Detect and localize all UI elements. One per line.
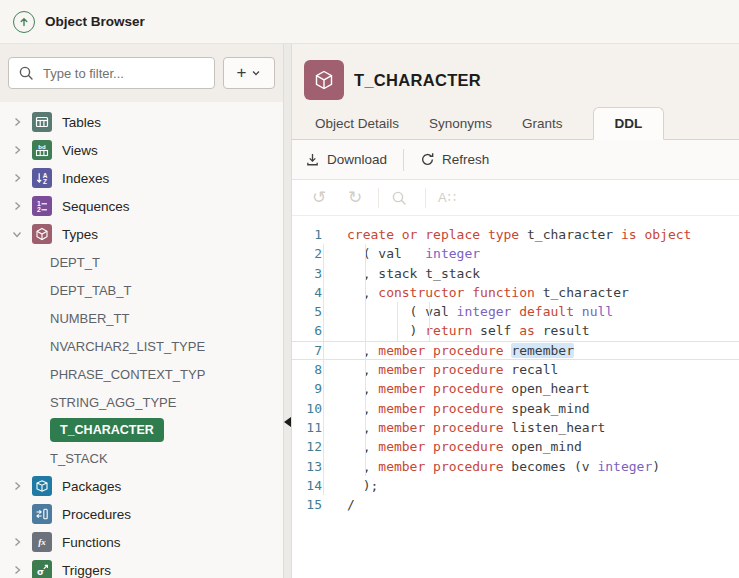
sidebar-item-tables[interactable]: Tables: [0, 108, 283, 136]
tab-grants[interactable]: Grants: [522, 108, 563, 139]
filter-input[interactable]: [41, 65, 205, 82]
refresh-button[interactable]: Refresh: [420, 152, 489, 167]
sidebar-item-dept-tab-t[interactable]: DEPT_TAB_T: [0, 276, 283, 304]
text-size-icon[interactable]: A∷: [438, 191, 457, 204]
code-line[interactable]: 13 , member procedure becomes (v integer…: [292, 457, 739, 476]
up-arrow-circle-icon[interactable]: [13, 11, 35, 33]
sidebar-item-dept-t[interactable]: DEPT_T: [0, 248, 283, 276]
chevron-right-icon[interactable]: [10, 172, 24, 184]
sidebar-item-label: Types: [62, 227, 98, 242]
code-line[interactable]: 7 , member procedure remember: [292, 341, 739, 360]
sidebar-item-phrase-context-typ[interactable]: PHRASE_CONTEXT_TYP: [0, 360, 283, 388]
tree-child-label: PHRASE_CONTEXT_TYP: [50, 367, 205, 382]
object-detail-panel: T_CHARACTER Object Details Synonyms Gran…: [292, 44, 739, 578]
code-line[interactable]: 15/: [292, 495, 739, 514]
views-icon: bd: [32, 140, 52, 160]
create-object-button[interactable]: +: [223, 57, 275, 89]
chevron-right-icon[interactable]: [10, 144, 24, 156]
filter-searchbox[interactable]: [8, 57, 215, 89]
code-line[interactable]: 5 ( val integer default null: [292, 302, 739, 321]
code-line[interactable]: 8 , member procedure recall: [292, 360, 739, 379]
sidebar-item-types[interactable]: Types: [0, 220, 283, 248]
code-line[interactable]: 11 , member procedure listen_heart: [292, 418, 739, 437]
sidebar-item-string-agg-type[interactable]: STRING_AGG_TYPE: [0, 388, 283, 416]
tables-icon: [32, 112, 52, 132]
tree-child-label: NUMBER_TT: [50, 311, 129, 326]
tab-object-details[interactable]: Object Details: [315, 108, 399, 139]
sidebar-item-functions[interactable]: fx Functions: [0, 528, 283, 556]
chevron-right-icon[interactable]: [10, 200, 24, 212]
line-number: 14: [292, 476, 322, 495]
types-icon: [32, 224, 52, 244]
sidebar-item-sequences[interactable]: 12 Sequences: [0, 192, 283, 220]
panel-splitter[interactable]: [283, 44, 292, 578]
page-title: Object Browser: [45, 14, 145, 29]
sidebar-item-indexes[interactable]: AZ Indexes: [0, 164, 283, 192]
ddl-code-editor[interactable]: 1create or replace type t_character is o…: [292, 216, 739, 578]
svg-text:2: 2: [37, 206, 41, 213]
line-number: 11: [292, 418, 322, 437]
sidebar-item-number-tt[interactable]: NUMBER_TT: [0, 304, 283, 332]
line-number: 7: [292, 341, 322, 360]
code-line[interactable]: 1create or replace type t_character is o…: [292, 225, 739, 244]
editor-toolbar-divider: [378, 188, 379, 208]
chevron-right-icon[interactable]: [10, 536, 24, 548]
indent-guide: [323, 244, 324, 495]
code-text: ( val integer: [322, 244, 480, 263]
sidebar-item-triggers[interactable]: σ Triggers: [0, 556, 283, 578]
sidebar-item-nvarchar2-list-type[interactable]: NVARCHAR2_LIST_TYPE: [0, 332, 283, 360]
plus-icon: +: [237, 64, 247, 81]
code-line[interactable]: 3 , stack t_stack: [292, 264, 739, 283]
indent-guide: [365, 244, 366, 476]
chevron-down-icon[interactable]: [10, 228, 24, 240]
code-line[interactable]: 14 );: [292, 476, 739, 495]
code-text: , member procedure recall: [322, 360, 558, 379]
toolbar-divider: [403, 149, 404, 171]
object-browser-window: Object Browser +: [0, 0, 739, 578]
tree-child-label: DEPT_TAB_T: [50, 283, 131, 298]
chevron-right-icon[interactable]: [10, 480, 24, 492]
tab-synonyms[interactable]: Synonyms: [429, 108, 492, 139]
code-line[interactable]: 12 , member procedure open_mind: [292, 437, 739, 456]
download-label: Download: [327, 152, 387, 167]
download-button[interactable]: Download: [305, 152, 387, 167]
code-text: /: [322, 495, 355, 514]
code-text: ) return self as result: [322, 321, 590, 340]
indexes-icon: AZ: [32, 168, 52, 188]
code-text: , stack t_stack: [322, 264, 480, 283]
line-number: 4: [292, 283, 322, 302]
line-number: 6: [292, 321, 322, 340]
sidebar-item-views[interactable]: bd Views: [0, 136, 283, 164]
code-line[interactable]: 2 ( val integer: [292, 244, 739, 263]
code-text: , member procedure speak_mind: [322, 399, 590, 418]
tree-child-label: T_STACK: [50, 451, 108, 466]
code-line[interactable]: 10 , member procedure speak_mind: [292, 399, 739, 418]
find-icon[interactable]: [391, 190, 413, 206]
undo-icon[interactable]: ↺: [308, 189, 330, 206]
sidebar-item-label: Tables: [62, 115, 101, 130]
code-line[interactable]: 9 , member procedure open_heart: [292, 379, 739, 398]
code-line[interactable]: 4 , constructor function t_character: [292, 283, 739, 302]
collapse-sidebar-icon[interactable]: [284, 417, 291, 427]
sidebar-item-procedures[interactable]: Procedures: [0, 500, 283, 528]
sidebar-item-t-stack[interactable]: T_STACK: [0, 444, 283, 472]
sidebar-item-packages[interactable]: Packages: [0, 472, 283, 500]
chevron-right-icon[interactable]: [10, 564, 24, 576]
code-line[interactable]: 6 ) return self as result: [292, 321, 739, 340]
sidebar-item-label: Procedures: [62, 507, 131, 522]
object-tree-sidebar: + Tables bd: [0, 44, 283, 578]
line-number: 12: [292, 437, 322, 456]
selected-tree-item[interactable]: T_CHARACTER: [50, 418, 164, 442]
tab-ddl[interactable]: DDL: [593, 107, 665, 140]
tree-child-label: DEPT_T: [50, 255, 100, 270]
sequences-icon: 12: [32, 196, 52, 216]
sidebar-item-label: Views: [62, 143, 98, 158]
sidebar-item-t-character-selected[interactable]: T_CHARACTER: [0, 416, 283, 444]
code-text: create or replace type t_character is ob…: [322, 225, 691, 244]
line-number: 15: [292, 495, 322, 514]
svg-text:fx: fx: [38, 537, 46, 547]
redo-icon[interactable]: ↻: [344, 189, 366, 206]
procedures-icon: [32, 504, 52, 524]
line-number: 2: [292, 244, 322, 263]
chevron-right-icon[interactable]: [10, 116, 24, 128]
